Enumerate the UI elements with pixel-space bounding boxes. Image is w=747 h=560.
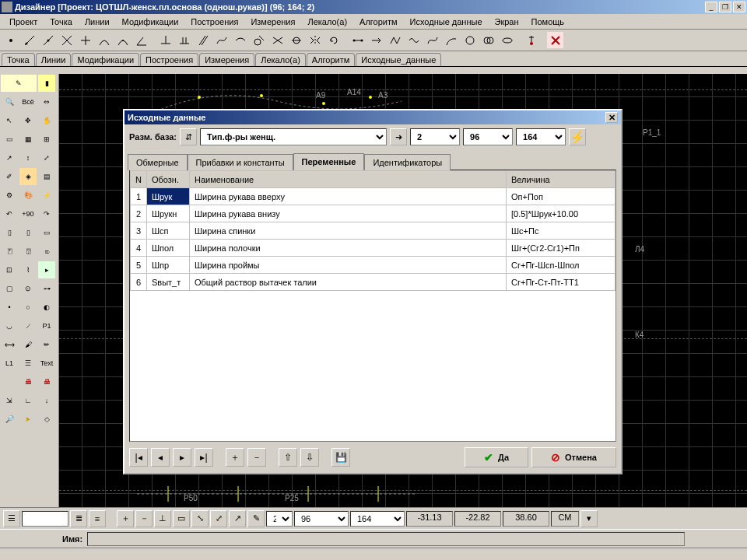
name-field[interactable] xyxy=(87,532,685,546)
tool-mirror[interactable] xyxy=(306,31,324,49)
menu-measurements[interactable]: Измерения xyxy=(244,16,301,28)
sb-measure2-icon[interactable]: ⤢ xyxy=(210,510,227,527)
vtool-l1-button[interactable]: L1 xyxy=(0,354,19,373)
sb-rect-icon[interactable]: ▭ xyxy=(173,510,190,527)
menu-point[interactable]: Точка xyxy=(44,16,79,28)
menu-lines[interactable]: Линии xyxy=(79,16,116,28)
vtool-shape-icon[interactable]: ◈ xyxy=(19,167,37,186)
menu-modifications[interactable]: Модификации xyxy=(116,16,185,28)
dialog-titlebar[interactable]: Исходные данные ✕ xyxy=(124,110,621,124)
sb-height-combo[interactable]: 164 xyxy=(350,511,405,527)
close-window-button[interactable]: ✕ xyxy=(733,2,745,12)
vtool-segment-icon[interactable]: ⟋ xyxy=(19,317,37,335)
tool-wave[interactable] xyxy=(405,31,423,49)
vtool-node-icon[interactable]: ⊡ xyxy=(0,261,19,279)
sb-measure1-icon[interactable]: ⤡ xyxy=(191,510,209,527)
vtool-path-icon[interactable]: ⌇ xyxy=(19,261,37,279)
vtool-highlight-icon[interactable]: ▮ xyxy=(37,74,56,93)
table-row[interactable]: 6 Sвыт_т Общий раствор вытачек талии Сг+… xyxy=(131,274,615,291)
vtool-text-button[interactable]: Text xyxy=(37,354,56,373)
row-remove-icon[interactable]: － xyxy=(247,448,266,467)
table-row[interactable]: 1 Шрук Ширина рукава вверху Оп+Поп xyxy=(131,188,615,205)
sb-measure3-icon[interactable]: ↗ xyxy=(229,510,246,527)
menu-pattern[interactable]: Лекало(а) xyxy=(301,16,353,28)
vtool-rect2-icon[interactable]: ▢ xyxy=(0,279,19,298)
apply-size-icon[interactable]: ➜ xyxy=(390,128,407,145)
dialog-close-button[interactable]: ✕ xyxy=(605,112,618,123)
dtab-measurements[interactable]: Обмерные xyxy=(128,154,188,170)
vtool-undo-icon[interactable]: ↶ xyxy=(0,205,19,223)
tool-segment-icon[interactable] xyxy=(349,31,366,49)
tool-point-3[interactable] xyxy=(58,31,75,49)
ok-button[interactable]: ✔Да xyxy=(465,447,528,467)
menu-project[interactable]: Проект xyxy=(3,16,44,28)
row-add-icon[interactable]: ＋ xyxy=(226,448,244,467)
save-icon[interactable]: 💾 xyxy=(331,448,350,467)
vtool-brush-icon[interactable]: 🖌 xyxy=(19,335,37,354)
vtool-col2-icon[interactable]: ▯ xyxy=(19,223,37,242)
vtool-tree1-icon[interactable]: ⍞ xyxy=(0,242,19,261)
vtool-pencil-icon[interactable]: ✎ xyxy=(0,74,37,93)
vtool-gear-icon[interactable]: ⚙ xyxy=(0,186,19,205)
vtool-brush2-icon[interactable]: ✏ xyxy=(37,335,56,354)
vtool-table-icon[interactable]: ▤ xyxy=(37,167,56,186)
tab-pattern[interactable]: Лекало(а) xyxy=(255,53,306,66)
vtool-print1-icon[interactable]: 🖶 xyxy=(19,373,37,391)
vtool-bolt-icon[interactable]: ⚡ xyxy=(37,186,56,205)
nav-first-icon[interactable]: |◂ xyxy=(129,448,148,467)
menu-help[interactable]: Помощь xyxy=(525,16,571,28)
tab-source-data[interactable]: Исходные_данные xyxy=(356,53,441,66)
row-up-icon[interactable]: ⇧ xyxy=(279,448,297,467)
vtool-tag-icon[interactable]: ◇ xyxy=(37,410,56,429)
menu-constructions[interactable]: Построения xyxy=(184,16,244,28)
table-row[interactable]: 5 Шпр Ширина проймы Сг+Пг-Шсп-Шпол xyxy=(131,257,615,274)
tool-rotate[interactable] xyxy=(324,31,342,49)
sb-plus-icon[interactable]: ＋ xyxy=(117,510,134,527)
vtool-rect-icon[interactable]: ▭ xyxy=(0,130,19,149)
sb-unit[interactable]: СМ xyxy=(551,511,579,527)
dtab-identifiers[interactable]: Идентификаторы xyxy=(364,154,451,170)
tool-ellipse[interactable] xyxy=(498,31,516,49)
col-n[interactable]: N xyxy=(131,171,147,188)
tool-arc-1[interactable] xyxy=(95,31,113,49)
vtool-arc-icon[interactable]: ◡ xyxy=(0,317,19,335)
vtool-down-icon[interactable]: ↓ xyxy=(37,391,56,410)
vtool-cursor-icon[interactable]: ↖ xyxy=(0,111,19,130)
sb-dropdown-icon[interactable]: ▾ xyxy=(580,510,598,527)
vtool-p1-button[interactable]: P1 xyxy=(37,317,56,335)
table-row[interactable]: 4 Шпол Ширина полочки Шг+(Сг2-Сг1)+Пп xyxy=(131,240,615,257)
sb-panel-icon[interactable]: ☰ xyxy=(3,510,20,527)
sb-lines-icon[interactable]: ≡ xyxy=(89,510,106,527)
vtool-move-icon[interactable]: ✥ xyxy=(19,111,37,130)
tool-tangent[interactable] xyxy=(250,31,268,49)
vtool-redo-icon[interactable]: ↷ xyxy=(37,205,56,223)
vtool-col3-icon[interactable]: ▭ xyxy=(37,223,56,242)
size-combo[interactable]: 96 xyxy=(463,128,513,145)
tool-intersect-2[interactable] xyxy=(287,31,305,49)
vtool-grid-icon[interactable]: ▦ xyxy=(19,130,37,149)
tab-point[interactable]: Точка xyxy=(2,53,35,66)
sb-size-combo[interactable]: 96 xyxy=(294,511,349,527)
sb-input[interactable] xyxy=(22,511,68,527)
sb-perp-icon[interactable]: ⊥ xyxy=(154,510,171,527)
vtool-layers-icon[interactable]: ☰ xyxy=(19,354,37,373)
tool-parallel[interactable] xyxy=(194,31,212,49)
tab-modifications[interactable]: Модификации xyxy=(72,53,139,66)
nav-next-icon[interactable]: ▸ xyxy=(173,448,191,467)
tool-perp-2[interactable] xyxy=(175,31,193,49)
sb-measure4-icon[interactable]: ✎ xyxy=(247,510,265,527)
vtool-palette-icon[interactable]: 🎨 xyxy=(19,186,37,205)
tool-zigzag[interactable] xyxy=(386,31,404,49)
tool-spline[interactable] xyxy=(423,31,441,49)
sb-list-icon[interactable]: ≣ xyxy=(70,510,87,527)
tool-intersect-1[interactable] xyxy=(268,31,286,49)
tool-arc-3[interactable] xyxy=(442,31,460,49)
tool-point-2[interactable] xyxy=(39,31,57,49)
vtool-col1-icon[interactable]: ▯ xyxy=(0,223,19,242)
tool-curve-1[interactable] xyxy=(212,31,230,49)
tool-angle[interactable] xyxy=(132,31,150,49)
vtool-ptr-icon[interactable]: ➤ xyxy=(19,410,37,429)
vtool-blank1[interactable] xyxy=(0,373,19,391)
tool-pin-icon[interactable] xyxy=(522,31,540,49)
menu-source-data[interactable]: Исходные данные xyxy=(404,16,489,28)
